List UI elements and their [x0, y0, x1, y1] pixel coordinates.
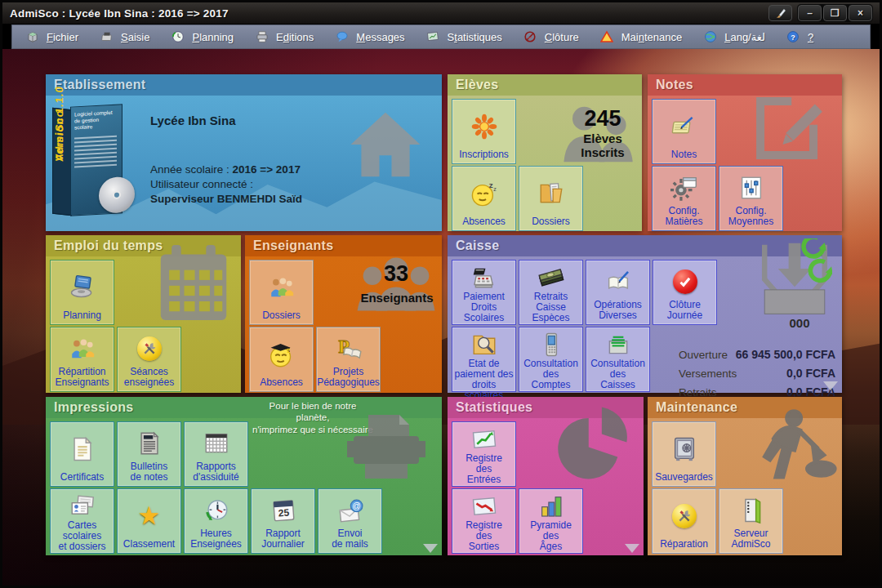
sleep-icon: zz: [470, 167, 499, 216]
tile-label: Certificats: [60, 472, 104, 486]
tile-seances-enseignees[interactable]: Séances enseignées: [117, 327, 181, 392]
clock-small-icon: [171, 30, 185, 44]
menu-item-maintenance[interactable]: Maintenance: [600, 30, 682, 44]
menu-item-label: Clôture: [545, 31, 579, 43]
tile-rapport-journalier[interactable]: 25Rapport Journalier: [251, 488, 315, 554]
tile-absences[interactable]: zzAbsences: [452, 166, 516, 231]
tile-cloture-journee[interactable]: Clôture Journée: [653, 260, 717, 325]
menu-item-cloture[interactable]: Clôture: [523, 30, 579, 44]
box-version: Version 1.1.0: [53, 85, 65, 162]
tile-label: Clôture Journée: [667, 300, 702, 324]
cards-icon: [69, 489, 96, 520]
tile-projets-pedagogiques[interactable]: PProjets Pédagogiques: [316, 327, 381, 392]
summary-value: 66 945 500,0 FCFA: [736, 348, 835, 361]
tile-reparation[interactable]: Réparation: [652, 488, 716, 554]
menu-item-label: ?: [808, 31, 813, 43]
folder-search-icon: [470, 327, 498, 359]
box-feature-lines: [74, 133, 117, 171]
tile-pyramide-des-ages[interactable]: Pyramide des Âges: [519, 488, 583, 554]
tile-label: Inscriptions: [459, 149, 509, 163]
tile-dossiers[interactable]: Dossiers: [519, 166, 583, 231]
maximize-button[interactable]: ❒: [823, 5, 847, 21]
svg-text:z: z: [287, 345, 290, 354]
tile-label: Dossiers: [262, 310, 301, 324]
tile-consultation-des-comptes[interactable]: Consultation des Comptes: [519, 327, 583, 392]
more-indicator-icon[interactable]: [625, 544, 639, 553]
teachers-count: 33: [372, 261, 421, 287]
tile-registre-des-entrees[interactable]: Registre des Entrées: [452, 421, 516, 487]
more-indicator-icon[interactable]: [423, 544, 438, 553]
panel-eleves: Elèves 245 Elèves Inscrits Inscriptions …: [448, 74, 642, 231]
menu-bar: FichierSaisiePlanningEditionsMessagesSta…: [11, 24, 871, 49]
printer-icon: [342, 408, 430, 483]
register-icon: [470, 261, 498, 292]
menu-item-messages[interactable]: Messages: [335, 30, 404, 44]
close-button[interactable]: ×: [849, 5, 872, 21]
menu-item-label: Saisie: [121, 31, 149, 43]
brush-icon[interactable]: [768, 5, 792, 21]
tile-operations-diverses[interactable]: Opérations Diverses: [586, 260, 650, 325]
tile-planning[interactable]: Planning: [50, 260, 114, 325]
summary-label: Versements: [679, 368, 737, 380]
printer-small-icon: [255, 30, 269, 44]
tile-notes[interactable]: Notes: [652, 99, 716, 164]
tile-label: Classement: [123, 539, 175, 553]
sliders-icon: [737, 167, 765, 206]
tile-etat-de-paiement-des-droits-scolaires[interactable]: Etat de paiement des droits scolaires: [452, 327, 516, 392]
menu-item-saisie[interactable]: Saisie: [100, 30, 149, 44]
drawer-icon: [604, 327, 632, 359]
menu-item-label: Planning: [192, 31, 234, 43]
tile-absences[interactable]: zAbsences: [249, 327, 314, 392]
tile-inscriptions[interactable]: Inscriptions: [452, 99, 516, 164]
tools-icon: [137, 327, 162, 367]
tile-certificats[interactable]: Certificats: [50, 421, 114, 487]
summary-row-ouverture: Ouverture66 945 500,0 FCFA: [679, 348, 835, 367]
tile-heures-enseignees[interactable]: Heures Enseignées: [184, 488, 248, 554]
svg-text:z: z: [493, 186, 497, 193]
tile-label: Consultation des Caisses: [590, 359, 645, 394]
panel-impressions: Impressions Pour le bien de notre planèt…: [46, 397, 442, 555]
people-icon: [69, 327, 96, 367]
menu-item-editions[interactable]: Editions: [255, 30, 314, 44]
tile-rapports-d-assiduite[interactable]: Rapports d'assiduité: [184, 421, 248, 487]
tile-repartition-enseignants[interactable]: Répartition Enseignants: [50, 327, 114, 392]
tile-envoi-de-mails[interactable]: @Envoi de mails: [318, 488, 382, 554]
tile-bulletins-de-notes[interactable]: Bulletins de notes: [117, 421, 181, 487]
menu-item-fichier[interactable]: Fichier: [25, 30, 78, 44]
summary-row-versements: Versements0,0 FCFA: [679, 367, 835, 385]
doc-icon: [69, 422, 96, 472]
tile-cartes-scolaires-et-dossiers[interactable]: Cartes scolaires et dossiers: [50, 488, 114, 554]
school-name: Lycée Ibn Sina: [150, 114, 235, 127]
tile-config-matieres[interactable]: Config. Matières: [652, 166, 716, 231]
laptop-icon: [69, 261, 96, 310]
menu-item-planning[interactable]: Planning: [171, 30, 234, 44]
tile-label: Répartition Enseignants: [55, 367, 109, 391]
panel-etablissement-title: Etablissement: [46, 74, 442, 96]
calendar-icon: [156, 242, 231, 323]
tile-classement[interactable]: ★Classement: [117, 488, 181, 554]
panel-notes: Notes Notes Config. MatièresConfig. Moye…: [648, 74, 842, 231]
menu-item-label: Messages: [356, 31, 404, 43]
panel-statistiques: Statistiques Registre des Entrées Regist…: [448, 397, 644, 555]
phone-icon: [537, 327, 565, 359]
menu-item-statistiques[interactable]: Statistiques: [426, 30, 502, 44]
panel-eleves-title: Elèves: [448, 74, 642, 96]
tile-consultation-des-caisses[interactable]: Consultation des Caisses: [586, 327, 650, 392]
tile-dossiers[interactable]: Dossiers: [249, 260, 314, 325]
tile-paiement-droits-scolaires[interactable]: Paiement Droits Scolaires: [452, 260, 516, 325]
tile-retraits-caisse-especes[interactable]: Retraits Caisse Espèces: [519, 260, 583, 325]
panel-enseignants: Enseignants 33 Enseignants Dossiers zAbs…: [245, 235, 442, 393]
minimize-button[interactable]: –: [798, 5, 822, 21]
menu-item-lang[interactable]: Lang/لغة: [703, 30, 765, 44]
tile-config-moyennes[interactable]: Config. Moyennes: [719, 166, 783, 231]
admisco-box-art: AdmiSco Version 1.1.0 Logiciel complet d…: [52, 105, 122, 218]
menu-item-[interactable]: ??: [786, 30, 813, 44]
more-indicator-icon[interactable]: [823, 381, 838, 390]
menu-item-label: Maintenance: [621, 31, 682, 43]
tile-label: Cartes scolaires et dossiers: [58, 520, 105, 555]
closure-icon: [523, 30, 537, 44]
tile-sauvegardes[interactable]: Sauvegardes: [652, 421, 716, 487]
tile-registre-des-sorties[interactable]: Registre des Sorties: [452, 488, 516, 554]
tile-serveur-admisco[interactable]: Serveur AdmiSco: [719, 488, 783, 554]
students-count: 245: [570, 106, 635, 131]
